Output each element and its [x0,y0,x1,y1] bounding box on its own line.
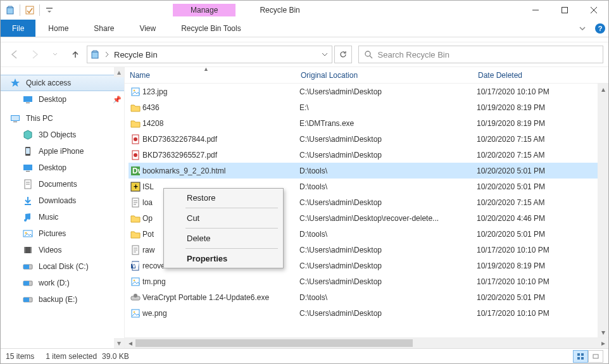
sidebar-item-label: Desktop [39,163,66,172]
file-original-location: C:\Users\admin\Desktop [299,261,477,270]
column-headers: ▲ Name Original Location Date Deleted [125,67,608,84]
sidebar-item-local-disk-c-[interactable]: Local Disk (C:) [1,258,124,275]
details-view-button[interactable] [573,350,588,363]
search-input[interactable] [378,50,603,60]
sidebar-item-documents[interactable]: Documents [1,176,124,192]
sidebar-item-label: Local Disk (C:) [39,262,89,271]
sidebar-quick-access[interactable]: Quick access [1,75,124,91]
tab-recycle-bin-tools[interactable]: Recycle Bin Tools [168,20,254,37]
maximize-button[interactable] [550,1,579,20]
scroll-left-icon[interactable]: ◂ [125,338,135,348]
quick-access-toolbar [1,1,59,20]
back-button[interactable] [6,46,23,63]
properties-icon[interactable] [23,3,37,17]
file-name: VeraCrypt Portable 1.24-Update6.exe [142,293,299,302]
expand-ribbon-icon[interactable] [573,20,592,37]
file-icon [129,134,142,144]
selection-count: 1 item selected [46,352,97,361]
item-count: 15 items [6,352,34,361]
file-original-location: D:\tools\ [299,230,477,239]
status-bar: 15 items 1 item selected 39.0 KB [1,348,608,363]
sidebar-item-apple-iphone[interactable]: Apple iPhone [1,143,124,160]
sidebar-item-videos[interactable]: Videos [1,242,124,258]
tab-home[interactable]: Home [35,20,81,37]
large-icons-view-button[interactable] [588,350,603,363]
file-row[interactable]: 123.jpgC:\Users\admin\Desktop10/17/2020 … [129,84,598,99]
close-button[interactable] [579,1,608,20]
forward-button[interactable] [26,46,44,63]
refresh-button[interactable] [334,46,352,63]
sidebar-item-desktop[interactable]: Desktop [1,160,124,176]
address-bar[interactable]: Recycle Bin [87,46,332,63]
file-row[interactable]: Dwbookmarks_9_2_20.htmlD:\tools\10/20/20… [129,163,598,179]
horizontal-scrollbar[interactable]: ◂ ▸ [125,337,608,348]
tab-share[interactable]: Share [81,20,127,37]
address-dropdown-icon[interactable] [318,51,332,58]
file-row[interactable]: we.pngC:\Users\admin\Desktop10/17/2020 1… [129,305,598,321]
file-icon: Dw [129,166,142,176]
sidebar-item-downloads[interactable]: Downloads [1,192,124,209]
help-button[interactable]: ? [592,20,608,37]
svg-text:+: + [134,182,138,191]
file-row[interactable]: 6436E:\10/19/2020 8:19 PM [129,99,598,115]
sidebar-item-label: Music [39,213,58,222]
sidebar-item-label: work (D:) [39,279,70,287]
column-date-deleted[interactable]: Date Deleted [478,71,608,80]
file-date-deleted: 10/17/2020 10:10 PM [477,87,598,96]
context-menu-item-restore[interactable]: Restore [164,189,283,207]
sidebar-item-label: Documents [39,180,77,189]
sidebar-item-label: Quick access [26,78,71,87]
navigation-pane[interactable]: ▴ Quick access Desktop 📌 This PC 3D Obje… [1,67,125,348]
file-row[interactable]: VeraCrypt Portable 1.24-Update6.exeD:\to… [129,289,598,305]
chevron-right-icon[interactable] [103,51,111,58]
search-box[interactable] [358,46,604,63]
separator [185,208,278,208]
file-tab[interactable]: File [1,20,35,37]
sidebar-this-pc[interactable]: This PC [1,110,124,127]
svg-point-56 [134,279,135,281]
file-name: BKD73632965527.pdf [142,151,299,160]
up-button[interactable] [66,46,84,63]
contextual-tab-group: Manage [160,1,248,20]
separator [185,228,278,229]
recent-dropdown-icon[interactable] [46,46,64,63]
svg-point-24 [25,232,27,234]
file-row[interactable]: tm.pngC:\Users\admin\Desktop10/17/2020 1… [129,273,598,289]
file-original-location: C:\Users\admin\Desktop [299,87,477,96]
context-menu-item-delete[interactable]: Delete [164,229,283,248]
svg-rect-13 [11,116,19,120]
file-row[interactable]: BKD73632965527.pdfC:\Users\admin\Desktop… [129,147,598,163]
svg-rect-7 [92,52,98,58]
scroll-down-icon[interactable]: ▾ [114,338,124,348]
sidebar-item-desktop-qa[interactable]: Desktop 📌 [1,91,124,108]
column-name[interactable]: Name [130,71,301,80]
sidebar-item-music[interactable]: Music [1,209,124,225]
sidebar-item-work-d-[interactable]: work (D:) [1,275,124,291]
recycle-bin-icon[interactable] [3,3,17,17]
minimize-button[interactable] [521,1,550,20]
address-text[interactable]: Recycle Bin [111,50,318,60]
qat-dropdown-icon[interactable] [42,3,56,17]
context-menu-item-cut[interactable]: Cut [164,209,283,227]
file-row[interactable]: BKD73632267844.pdfC:\Users\admin\Desktop… [129,131,598,147]
file-row[interactable]: 14208E:\DMTrans.exe10/19/2020 8:19 PM [129,115,598,131]
sidebar-item-label: Downloads [39,196,76,205]
file-original-location: C:\Users\admin\Desktop [299,277,477,286]
column-original-location[interactable]: Original Location [301,71,478,80]
scroll-up-icon[interactable]: ▴ [598,84,608,94]
scroll-down-icon[interactable]: ▾ [598,327,608,337]
tab-view[interactable]: View [127,20,168,37]
file-original-location: D:\tools\ [299,166,477,175]
disk-icon [22,261,34,272]
picture-icon [22,228,34,239]
sidebar-item-3d-objects[interactable]: 3D Objects [1,127,124,143]
doc-icon [22,179,34,190]
sidebar-item-pictures[interactable]: Pictures [1,225,124,242]
scroll-up-icon[interactable]: ▴ [114,67,124,77]
scroll-right-icon[interactable]: ▸ [598,338,608,348]
context-menu-item-properties[interactable]: Properties [164,249,283,268]
sidebar-item-backup-e-[interactable]: backup (E:) [1,291,124,308]
file-name: 123.jpg [142,87,299,96]
note-icon [22,211,34,223]
vertical-scrollbar[interactable]: ▴ ▾ [598,84,608,337]
